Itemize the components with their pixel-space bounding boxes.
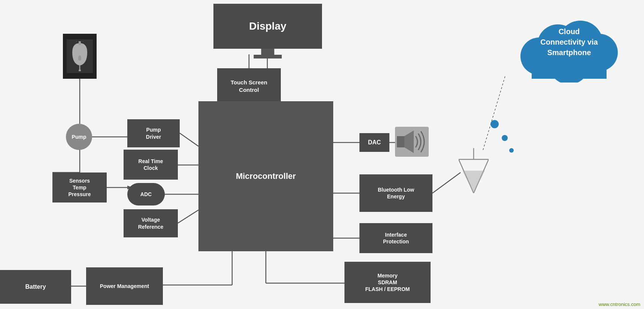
- iv-bag-inner: [67, 39, 93, 73]
- sensors-label: SensorsTempPressure: [69, 177, 91, 198]
- cloud-text: CloudConnectivity viaSmartphone: [517, 26, 622, 58]
- antenna-icon: [459, 148, 489, 195]
- interface-protection-block: InterfaceProtection: [359, 223, 432, 253]
- monitor-base: [254, 55, 282, 58]
- interface-label: InterfaceProtection: [383, 231, 409, 245]
- svg-point-30: [79, 69, 81, 71]
- display-label: Display: [249, 20, 286, 32]
- pump-component: Pump: [66, 124, 92, 150]
- power-mgmt-label: Power Management: [100, 283, 149, 290]
- svg-line-26: [432, 172, 461, 193]
- svg-line-3: [180, 133, 198, 146]
- diagram-container: Pump Display Touch ScreenControl Microco…: [0, 0, 644, 309]
- touch-screen-label: Touch ScreenControl: [231, 79, 267, 93]
- pump-driver-label: PumpDriver: [146, 126, 161, 140]
- ble-dot-1: [490, 120, 499, 128]
- cloud-shape: CloudConnectivity viaSmartphone: [517, 8, 622, 82]
- sensors-block: SensorsTempPressure: [52, 172, 107, 202]
- microcontroller-block: Microcontroller: [198, 101, 333, 251]
- memory-block: MemorySDRAMFLASH / EEPROM: [344, 262, 431, 303]
- display-monitor: Display: [213, 4, 322, 49]
- svg-rect-33: [397, 136, 404, 147]
- svg-point-31: [78, 56, 81, 61]
- speaker-icon: [395, 127, 429, 157]
- touch-screen-block: Touch ScreenControl: [217, 68, 281, 104]
- microcontroller-label: Microcontroller: [236, 171, 296, 182]
- dac-label: DAC: [368, 139, 381, 147]
- svg-line-7: [178, 210, 198, 223]
- pump-driver-block: PumpDriver: [127, 119, 180, 147]
- ble-dot-3: [509, 148, 514, 153]
- voltage-ref-block: VoltageReference: [124, 209, 178, 237]
- ble-block: Bluetooth LowEnergy: [359, 174, 432, 212]
- adc-block: ADC: [127, 183, 165, 206]
- adc-label: ADC: [140, 191, 152, 198]
- svg-rect-43: [532, 56, 607, 79]
- pump-label: Pump: [72, 134, 86, 140]
- power-management-block: Power Management: [86, 267, 163, 305]
- svg-rect-28: [79, 41, 81, 45]
- ble-label: Bluetooth LowEnergy: [378, 186, 414, 200]
- cloud-label: CloudConnectivity viaSmartphone: [540, 27, 598, 57]
- rtc-label: Real TimeClock: [139, 158, 163, 171]
- ble-dot-2: [502, 135, 508, 141]
- iv-bag: [63, 34, 97, 79]
- memory-label: MemorySDRAMFLASH / EEPROM: [365, 272, 410, 293]
- battery-label: Battery: [25, 283, 46, 291]
- website-url: www.cntronics.com: [599, 302, 640, 307]
- voltage-ref-label: VoltageReference: [138, 216, 164, 230]
- rtc-block: Real TimeClock: [124, 150, 178, 180]
- svg-marker-36: [462, 171, 485, 193]
- dac-block: DAC: [359, 133, 389, 152]
- battery-block: Battery: [0, 270, 71, 304]
